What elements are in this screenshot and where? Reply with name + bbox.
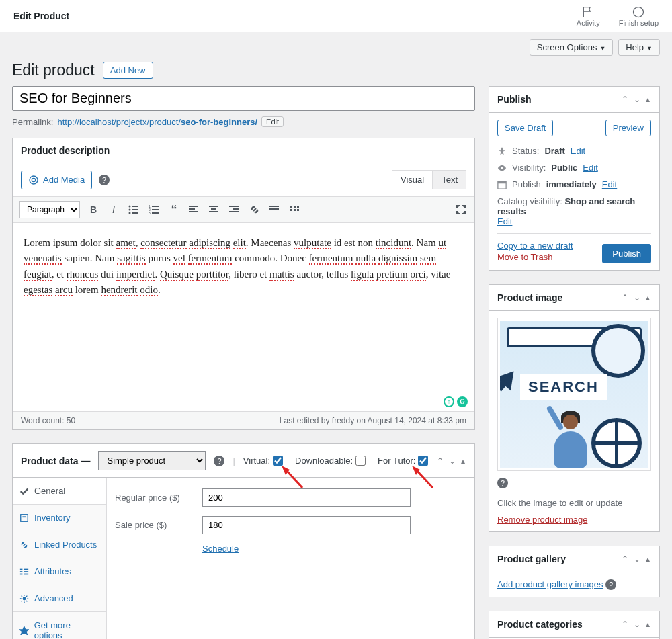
move-down-icon[interactable]: ⌄ [632,553,642,565]
description-editor[interactable]: Lorem ipsum dolor sit amet, consectetur … [13,223,474,411]
grammarly-icon[interactable]: ↑ [444,396,454,407]
remove-image-link[interactable]: Remove product image [497,515,587,525]
preview-button[interactable]: Preview [605,120,651,136]
move-down-icon[interactable]: ⌄ [632,93,642,105]
grammarly-icon[interactable]: G [457,396,468,407]
help-icon[interactable]: ? [214,456,224,466]
move-down-icon[interactable]: ⌄ [632,618,642,630]
publish-button[interactable]: Publish [602,244,651,263]
description-box-title: Product description [21,145,110,156]
svg-text:3: 3 [149,211,151,215]
move-trash-link[interactable]: Move to Trash [497,252,573,262]
add-gallery-link[interactable]: Add product gallery images [497,579,603,589]
align-right-icon[interactable] [228,203,241,216]
move-up-icon[interactable]: ⌃ [620,292,630,304]
collapse-icon[interactable]: ▴ [644,93,651,105]
pd-tab-linked[interactable]: Linked Products [13,531,106,558]
schedule-link[interactable]: Schedule [202,544,239,554]
svg-rect-31 [294,209,296,211]
toolbar-toggle-icon[interactable] [288,203,302,216]
svg-rect-17 [189,211,198,212]
svg-rect-47 [498,181,506,183]
add-media-button[interactable]: Add Media [21,171,92,189]
sale-price-input[interactable] [202,516,411,534]
svg-rect-23 [229,211,239,212]
svg-rect-39 [20,568,23,570]
svg-rect-8 [132,212,138,214]
activity-button[interactable]: Activity [577,5,600,27]
svg-rect-4 [132,206,138,207]
pd-tab-advanced[interactable]: Advanced [13,585,106,612]
product-title-input[interactable] [12,86,475,111]
page-crumb: Edit Product [13,11,69,22]
move-down-icon[interactable]: ⌄ [632,292,642,304]
move-up-icon[interactable]: ⌃ [620,553,630,565]
svg-rect-44 [24,573,28,574]
move-down-icon[interactable]: ⌄ [448,455,457,467]
image-hint: Click the image to edit or update [497,498,651,508]
svg-rect-42 [24,568,28,570]
number-list-icon[interactable]: 123 [147,203,161,216]
help-icon[interactable]: ? [605,579,616,590]
gallery-title: Product gallery [497,554,566,564]
bold-icon[interactable]: B [87,203,100,216]
svg-rect-29 [297,206,299,208]
copy-draft-link[interactable]: Copy to a new draft [497,241,573,251]
product-image-title: Product image [497,292,562,303]
svg-rect-11 [152,212,159,214]
edit-date-link[interactable]: Edit [602,179,617,189]
pd-tab-more[interactable]: Get more options [13,612,106,639]
move-up-icon[interactable]: ⌃ [435,455,445,467]
svg-rect-22 [233,208,239,210]
edit-visibility-link[interactable]: Edit [583,163,597,173]
align-left-icon[interactable] [187,203,201,216]
move-up-icon[interactable]: ⌃ [620,618,630,630]
regular-price-input[interactable] [202,488,411,507]
categories-title: Product categories [497,619,583,630]
italic-icon[interactable]: I [107,203,120,216]
regular-price-label: Regular price ($) [115,493,202,503]
svg-rect-28 [294,206,296,208]
quote-icon[interactable]: “ [167,203,181,216]
svg-rect-32 [297,209,299,211]
help-icon[interactable]: ? [497,478,508,488]
finish-setup-button[interactable]: Finish setup [619,5,659,27]
svg-point-1 [32,178,35,181]
collapse-icon[interactable]: ▴ [644,292,651,304]
bullet-list-icon[interactable] [127,203,140,216]
product-data-title: Product data — [21,456,90,466]
text-tab[interactable]: Text [433,170,466,189]
virtual-checkbox[interactable]: Virtual: [243,456,283,466]
svg-rect-40 [20,571,23,572]
visual-tab[interactable]: Visual [392,170,433,189]
circle-icon [632,5,645,19]
save-draft-button[interactable]: Save Draft [497,120,553,136]
screen-options-button[interactable]: Screen Options▼ [530,39,614,56]
product-image[interactable]: SEARCH [497,318,651,471]
move-up-icon[interactable]: ⌃ [620,93,630,105]
svg-point-0 [634,7,644,17]
edit-status-link[interactable]: Edit [571,146,585,156]
collapse-icon[interactable]: ▴ [460,455,466,467]
collapse-icon[interactable]: ▴ [644,553,651,565]
fullscreen-icon[interactable] [454,203,468,216]
format-select[interactable]: Paragraph [19,201,80,218]
pd-tab-inventory[interactable]: Inventory [13,505,106,531]
help-icon[interactable]: ? [99,175,110,185]
align-center-icon[interactable] [208,203,221,216]
page-title: Edit product [12,61,95,79]
add-new-button[interactable]: Add New [103,62,153,79]
pd-tab-general[interactable]: General [13,478,106,505]
permalink-url[interactable]: http://localhost/projectx/product/seo-fo… [57,117,257,127]
more-icon[interactable] [268,203,282,216]
media-icon [28,175,39,185]
pd-tab-attributes[interactable]: Attributes [13,558,106,585]
link-icon[interactable] [248,203,261,216]
product-type-select[interactable]: Simple product [98,451,206,470]
word-count: Word count: 50 [21,416,75,425]
help-button[interactable]: Help▼ [618,39,660,56]
collapse-icon[interactable]: ▴ [644,618,651,630]
svg-line-35 [416,470,433,488]
permalink-edit-button[interactable]: Edit [261,116,284,127]
edit-catalog-link[interactable]: Edit [497,216,512,226]
